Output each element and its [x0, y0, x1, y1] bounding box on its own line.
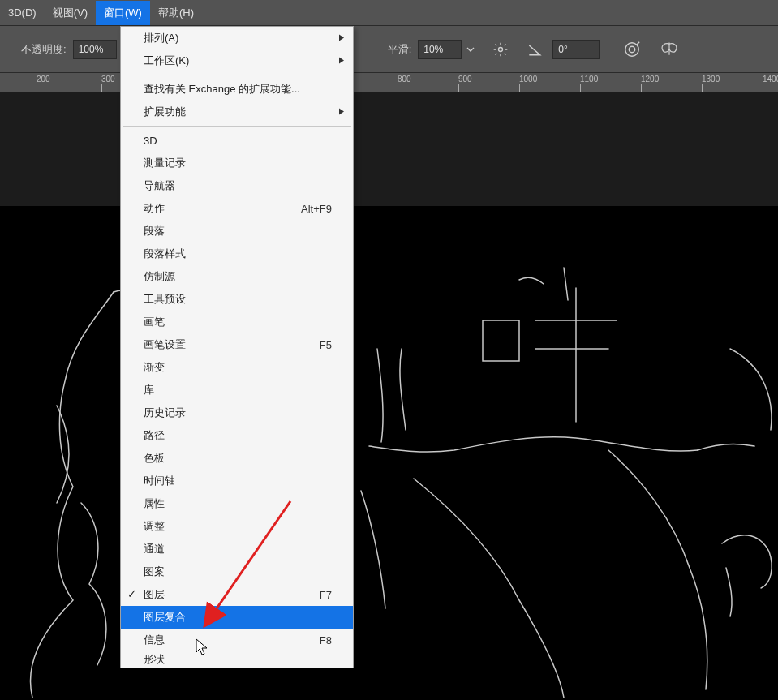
- menu-item[interactable]: 段落: [121, 220, 353, 243]
- menu-item-label: 图案: [144, 565, 165, 579]
- menu-item[interactable]: 色板: [121, 447, 353, 470]
- ruler-tick: 1100: [580, 73, 598, 92]
- ruler-tick: 200: [37, 73, 50, 92]
- svg-point-0: [499, 47, 503, 51]
- menu-item[interactable]: 查找有关 Exchange 的扩展功能...: [121, 78, 353, 101]
- menu-help[interactable]: 帮助(H): [150, 1, 202, 25]
- angle-input[interactable]: [552, 40, 600, 59]
- menu-item-shortcut: Alt+F9: [301, 203, 332, 215]
- menu-item[interactable]: 排列(A): [121, 27, 353, 49]
- menu-item-label: 通道: [144, 542, 165, 556]
- menu-item-shortcut: F7: [320, 589, 332, 601]
- submenu-arrow-icon: [338, 55, 345, 67]
- menu-item-label: 段落样式: [144, 247, 186, 261]
- menu-item-label: 调整: [144, 519, 165, 534]
- menu-item-label: 排列(A): [144, 31, 178, 45]
- opacity-label: 不透明度:: [21, 42, 67, 57]
- angle-icon: [523, 38, 546, 61]
- menu-window[interactable]: 窗口(W): [96, 1, 150, 25]
- submenu-arrow-icon: [338, 32, 345, 45]
- ruler-tick: 800: [398, 73, 411, 92]
- menu-item[interactable]: ✓图层F7: [121, 583, 353, 606]
- menu-item[interactable]: 图案: [121, 560, 353, 583]
- menu-item[interactable]: 图层复合: [121, 606, 353, 629]
- menu-item-label: 图层: [144, 587, 165, 602]
- menu-item-label: 渐变: [144, 360, 165, 375]
- menu-item-label: 3D: [144, 135, 157, 147]
- menu-item-shortcut: F8: [320, 634, 332, 646]
- menu-item[interactable]: 库: [121, 379, 353, 402]
- menu-item-label: 形状: [144, 652, 165, 667]
- menu-item-label: 扩展功能: [144, 105, 186, 119]
- menu-item-label: 画笔: [144, 315, 165, 329]
- menu-item-label: 画笔设置: [144, 337, 186, 352]
- menu-item-label: 工具预设: [144, 292, 186, 307]
- menu-item[interactable]: 仿制源: [121, 265, 353, 288]
- menu-item-label: 导航器: [144, 178, 175, 193]
- menu-item[interactable]: 扩展功能: [121, 101, 353, 123]
- menu-item[interactable]: 画笔: [121, 311, 353, 333]
- menu-item[interactable]: 导航器: [121, 174, 353, 197]
- menu-item[interactable]: 路径: [121, 424, 353, 447]
- menu-item-label: 属性: [144, 496, 165, 511]
- menu-item[interactable]: 3D: [121, 129, 353, 152]
- menu-item-label: 工作区(K): [144, 54, 189, 68]
- menu-item-label: 信息: [144, 633, 165, 647]
- ruler-tick: 1300: [702, 73, 720, 92]
- menu-item-label: 查找有关 Exchange 的扩展功能...: [144, 82, 300, 97]
- menu-item[interactable]: 通道: [121, 538, 353, 560]
- menu-item-label: 图层复合: [144, 610, 186, 625]
- gear-icon[interactable]: [489, 38, 512, 61]
- menu-item-label: 动作: [144, 201, 165, 216]
- menu-item[interactable]: 工具预设: [121, 288, 353, 311]
- ruler-tick: 300: [101, 73, 115, 92]
- menu-item[interactable]: 调整: [121, 515, 353, 538]
- menu-item-label: 库: [144, 383, 154, 397]
- canvas-background-upper: [0, 92, 778, 206]
- svg-point-2: [630, 46, 635, 52]
- menu-item-label: 色板: [144, 451, 165, 466]
- menu-item-label: 时间轴: [144, 474, 175, 488]
- ruler-tick: 1200: [641, 73, 659, 92]
- menu-item[interactable]: 画笔设置F5: [121, 333, 353, 356]
- menu-separator: [123, 126, 351, 127]
- menu-item[interactable]: 动作Alt+F9: [121, 197, 353, 220]
- horizontal-ruler: 20030080090010001100120013001400: [0, 73, 778, 92]
- ruler-tick: 900: [458, 73, 472, 92]
- options-bar: 不透明度: 平滑:: [0, 26, 778, 73]
- menu-item[interactable]: 测量记录: [121, 152, 353, 174]
- menu-item-label: 历史记录: [144, 406, 186, 420]
- smooth-label: 平滑:: [388, 42, 412, 57]
- ruler-tick: 1000: [519, 73, 537, 92]
- menu-separator: [123, 75, 351, 75]
- menu-item-label: 路径: [144, 428, 165, 443]
- smooth-input[interactable]: [418, 40, 462, 59]
- menu-item[interactable]: 历史记录: [121, 402, 353, 424]
- menu-item[interactable]: 时间轴: [121, 470, 353, 492]
- menu-item[interactable]: 渐变: [121, 356, 353, 379]
- menubar: 3D(D) 视图(V) 窗口(W) 帮助(H): [0, 0, 778, 26]
- ruler-tick: 1400: [763, 73, 778, 92]
- menu-item-label: 仿制源: [144, 269, 175, 284]
- target-pressure-icon[interactable]: [621, 38, 643, 61]
- canvas[interactable]: [0, 206, 778, 700]
- menu-item[interactable]: 段落样式: [121, 243, 353, 265]
- menu-item-label: 段落: [144, 224, 165, 238]
- menu-item-label: 测量记录: [144, 156, 186, 170]
- menu-view[interactable]: 视图(V): [45, 1, 96, 25]
- window-menu-dropdown: 排列(A)工作区(K)查找有关 Exchange 的扩展功能...扩展功能3D测…: [120, 26, 354, 668]
- menu-item[interactable]: 工作区(K): [121, 49, 353, 72]
- opacity-input[interactable]: [73, 40, 117, 59]
- mouse-cursor-icon: [195, 638, 209, 659]
- menu-item[interactable]: 属性: [121, 492, 353, 515]
- butterfly-symmetry-icon[interactable]: [658, 38, 681, 61]
- smooth-dropdown-icon[interactable]: [463, 40, 478, 59]
- menu-3d[interactable]: 3D(D): [0, 2, 45, 24]
- menu-item[interactable]: 形状: [121, 651, 353, 668]
- menu-item[interactable]: 信息F8: [121, 629, 353, 651]
- menu-item-shortcut: F5: [320, 339, 332, 351]
- checkmark-icon: ✓: [127, 588, 136, 600]
- submenu-arrow-icon: [338, 106, 345, 118]
